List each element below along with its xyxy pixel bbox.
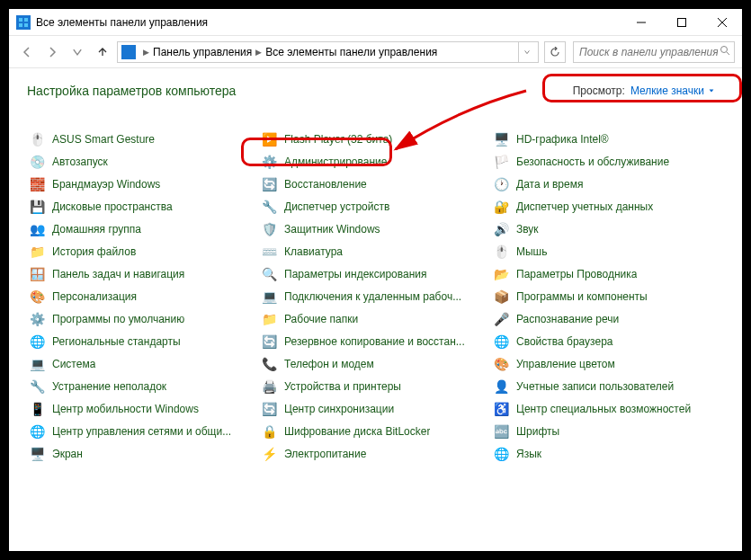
cp-item[interactable]: ⌨️Клавиатура [259,240,484,262]
cp-item[interactable]: 🎨Персонализация [27,285,252,307]
cp-item[interactable]: 🔄Резервное копирование и восстан... [259,330,484,352]
cp-item-icon: 🔧 [261,199,277,215]
cp-item[interactable]: 🌐Язык [491,442,716,465]
cp-item[interactable]: 👥Домашняя группа [27,218,252,240]
cp-item[interactable]: 🔧Диспетчер устройств [259,195,484,218]
cp-item-icon: 🔒 [261,423,277,440]
cp-item[interactable]: ⚙️Программы по умолчанию [27,307,252,330]
cp-item[interactable]: 🔧Устранение неполадок [27,375,252,397]
minimize-button[interactable] [621,9,661,36]
cp-item[interactable]: 🕐Дата и время [491,173,716,195]
cp-item-label: Безопасность и обслуживание [516,156,669,168]
cp-item-label: Брандмауэр Windows [52,178,160,191]
cp-item-icon: 🔄 [261,333,277,350]
cp-item[interactable]: ⚙️Администрирование [259,150,484,173]
cp-item-icon: 🏳️ [493,154,509,170]
recent-dropdown[interactable] [67,41,88,63]
up-button[interactable] [92,41,113,63]
cp-item[interactable]: 🖨️Устройства и принтеры [259,375,484,397]
cp-item[interactable]: ▶️Flash Player (32 бита) [259,128,484,150]
cp-item-label: Защитник Windows [284,223,380,236]
cp-item[interactable]: 👤Учетные записи пользователей [491,375,716,397]
refresh-button[interactable] [544,41,566,63]
cp-item[interactable]: 💾Дисковые пространства [27,195,252,218]
titlebar: Все элементы панели управления [9,9,742,36]
cp-item-label: ASUS Smart Gesture [52,133,155,146]
cp-item-label: История файлов [52,245,136,258]
back-button[interactable] [16,41,38,63]
cp-item[interactable]: 🔐Диспетчер учетных данных [491,195,716,218]
cp-item[interactable]: 🪟Панель задач и навигация [27,262,252,285]
cp-item[interactable]: 📦Программы и компоненты [491,285,716,307]
cp-item-icon: 🎨 [493,356,509,372]
breadcrumb[interactable]: ▶ Панель управления ▶ Все элементы панел… [117,41,539,63]
cp-item[interactable]: 🔄Восстановление [259,173,484,195]
cp-item[interactable]: 🧱Брандмауэр Windows [27,173,252,195]
cp-item-icon: 🌐 [29,423,45,440]
navbar: ▶ Панель управления ▶ Все элементы панел… [9,36,742,68]
cp-item-label: Электропитание [284,448,366,460]
cp-item[interactable]: 🏳️Безопасность и обслуживание [491,150,716,173]
cp-item[interactable]: 💻Система [27,352,252,375]
breadcrumb-part-1[interactable]: Панель управления [153,46,252,58]
cp-item[interactable]: 🖥️Экран [27,442,252,465]
cp-item-icon: 🔊 [493,221,509,237]
cp-item[interactable]: 🖱️Мышь [491,240,716,262]
cp-item-label: HD-графика Intel® [516,133,609,146]
cp-item[interactable]: 📁Рабочие папки [259,307,484,330]
cp-item[interactable]: 🌐Свойства браузера [491,330,716,352]
cp-item[interactable]: ⚡Электропитание [259,442,484,465]
search-box[interactable] [573,41,735,63]
breadcrumb-dropdown[interactable] [518,42,534,62]
control-panel-window: Все элементы панели управления [9,9,742,551]
chevron-right-icon[interactable]: ▶ [255,48,262,57]
cp-item[interactable]: 🔍Параметры индексирования [259,262,484,285]
cp-item-label: Восстановление [284,178,367,191]
close-button[interactable] [702,9,742,36]
cp-item-icon: 👥 [29,221,45,237]
cp-item[interactable]: 📁История файлов [27,240,252,262]
cp-item[interactable]: ♿Центр специальных возможностей [491,397,716,420]
cp-item-icon: 🔄 [261,176,277,192]
cp-item[interactable]: 🖥️HD-графика Intel® [491,128,716,150]
view-value-dropdown[interactable]: Мелкие значки [630,84,715,97]
cp-item-icon: 🖨️ [261,378,277,395]
cp-item[interactable]: 🌐Региональные стандарты [27,330,252,352]
cp-item[interactable]: 📞Телефон и модем [259,352,484,375]
items-grid: 🖱️ASUS Smart Gesture▶️Flash Player (32 б… [27,128,724,465]
view-selector: Просмотр: Мелкие значки [564,81,724,101]
cp-item[interactable]: 🛡️Защитник Windows [259,218,484,240]
cp-item[interactable]: 🎤Распознавание речи [491,307,716,330]
svg-rect-4 [24,23,28,27]
cp-item[interactable]: 🖱️ASUS Smart Gesture [27,128,252,150]
svg-point-9 [721,47,728,53]
cp-item[interactable]: 🌐Центр управления сетями и общи... [27,420,252,442]
cp-item[interactable]: 🔊Звук [491,218,716,240]
forward-button[interactable] [41,41,63,63]
cp-item-label: Центр мобильности Windows [52,403,199,415]
cp-item-label: Параметры Проводника [516,268,637,280]
cp-item[interactable]: 🔄Центр синхронизации [259,397,484,420]
cp-item-label: Шрифты [516,425,559,438]
cp-item-icon: 🧱 [29,176,45,192]
cp-item[interactable]: 💻Подключения к удаленным рабоч... [259,285,484,307]
cp-item-icon: 🔧 [29,378,45,395]
cp-item[interactable]: 🔒Шифрование диска BitLocker [259,420,484,442]
cp-item[interactable]: 📱Центр мобильности Windows [27,397,252,420]
cp-item-label: Учетные записи пользователей [516,380,674,393]
search-icon[interactable] [720,45,730,58]
cp-item-icon: 🪟 [29,266,45,282]
cp-item-icon: 📦 [493,289,509,305]
cp-item-label: Центр специальных возможностей [516,403,691,415]
chevron-right-icon[interactable]: ▶ [143,48,149,57]
cp-item[interactable]: 🎨Управление цветом [491,352,716,375]
cp-item[interactable]: 🔤Шрифты [491,420,716,442]
content-area: Настройка параметров компьютера Просмотр… [9,68,742,551]
cp-item[interactable]: 💿Автозапуск [27,150,252,173]
search-input[interactable] [577,45,720,59]
maximize-button[interactable] [661,9,702,36]
cp-item-label: Администрирование [284,156,387,168]
cp-item[interactable]: 📂Параметры Проводника [491,262,716,285]
cp-item-icon: ♿ [493,401,509,417]
breadcrumb-part-2[interactable]: Все элементы панели управления [265,46,437,58]
